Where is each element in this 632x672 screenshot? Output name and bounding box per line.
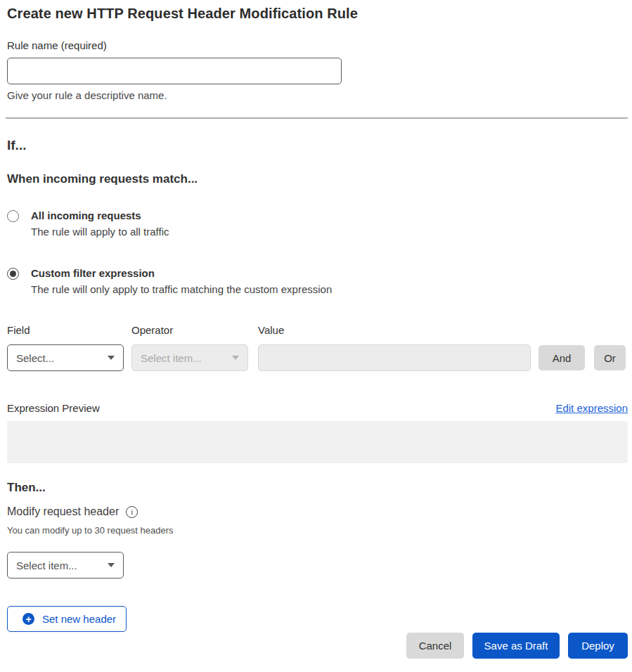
radio-label[interactable]: All incoming requests (31, 209, 169, 221)
radio-option-text: Custom filter expression The rule will o… (31, 267, 332, 295)
field-select-value: Select... (16, 352, 54, 364)
radio-option-custom-expression[interactable]: Custom filter expression The rule will o… (7, 267, 628, 295)
field-label: Field (7, 324, 131, 336)
if-heading: If... (7, 138, 628, 153)
info-icon[interactable]: i (126, 506, 138, 518)
chevron-down-icon (108, 356, 115, 360)
operator-select: Select item... (131, 344, 248, 371)
modify-header-hint: You can modify up to 30 request headers (7, 525, 628, 536)
radio-option-all-requests[interactable]: All incoming requests The rule will appl… (7, 209, 628, 238)
header-select[interactable]: Select item... (7, 552, 124, 579)
deploy-button[interactable]: Deploy (568, 633, 628, 659)
chevron-down-icon (232, 356, 239, 360)
field-select[interactable]: Select... (7, 344, 124, 371)
radio-option-text: All incoming requests The rule will appl… (31, 209, 169, 238)
set-new-header-label: Set new header (42, 613, 116, 625)
operator-label: Operator (131, 324, 258, 336)
radio-unselected-icon[interactable] (7, 210, 19, 222)
edit-expression-link[interactable]: Edit expression (555, 402, 628, 414)
expression-builder-labels: Field Operator Value (7, 324, 628, 336)
expression-preview-box (7, 421, 628, 463)
modify-header-label: Modify request header (7, 505, 119, 518)
operator-select-value: Select item... (141, 352, 202, 364)
radio-description: The rule will apply to all traffic (31, 226, 169, 238)
chevron-down-icon (108, 563, 115, 567)
expression-preview-label: Expression Preview (7, 402, 100, 414)
save-as-draft-button[interactable]: Save as Draft (472, 633, 560, 659)
section-divider (6, 117, 628, 119)
radio-description: The rule will only apply to traffic matc… (31, 283, 332, 295)
or-button[interactable]: Or (594, 345, 626, 370)
rule-name-label: Rule name (required) (7, 39, 628, 51)
radio-label[interactable]: Custom filter expression (31, 267, 332, 279)
then-heading: Then... (7, 481, 628, 495)
set-new-header-button[interactable]: + Set new header (7, 606, 127, 632)
modify-header-row: Modify request header i (7, 505, 628, 518)
plus-circle-icon: + (22, 613, 34, 625)
header-select-value: Select item... (16, 560, 77, 571)
create-rule-page: Create new HTTP Request Header Modificat… (0, 0, 632, 672)
and-button[interactable]: And (539, 345, 585, 370)
when-subheading: When incoming requests match... (7, 172, 628, 186)
rule-name-input[interactable] (7, 58, 342, 84)
value-input (258, 344, 531, 371)
value-label: Value (258, 324, 284, 336)
rule-name-help: Give your rule a descriptive name. (7, 89, 628, 101)
footer-actions: Cancel Save as Draft Deploy (7, 633, 628, 659)
expression-preview-header: Expression Preview Edit expression (7, 402, 628, 414)
expression-builder-row: Select... Select item... And Or (7, 344, 628, 371)
radio-selected-icon[interactable] (7, 268, 19, 280)
page-title: Create new HTTP Request Header Modificat… (7, 6, 628, 22)
cancel-button[interactable]: Cancel (406, 633, 464, 659)
